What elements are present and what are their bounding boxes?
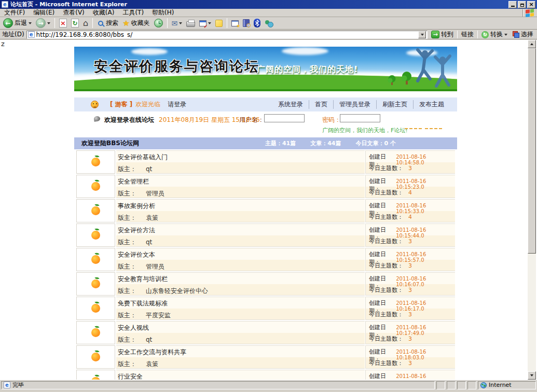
moderator-label: 版主：: [118, 239, 136, 246]
moderator-name[interactable]: 管理员: [146, 263, 164, 270]
mail-dropdown-icon[interactable]: [179, 22, 182, 24]
back-dropdown-icon[interactable]: [29, 22, 32, 24]
go-button[interactable]: 转到: [430, 30, 455, 39]
back-button[interactable]: 后退: [2, 18, 33, 29]
plugin-bluetooth-button[interactable]: [252, 18, 262, 28]
nav-link-system-login[interactable]: 系统登录: [272, 100, 309, 109]
forum-icon-cell: [76, 223, 115, 247]
forum-title-link[interactable]: 安全管理栏: [118, 177, 149, 186]
leaf-icon: [94, 301, 99, 304]
forum-row: 安全教育与培训栏 版主：山东鲁轻安全评价中心 创建日期：2011-08-16 1…: [74, 272, 457, 296]
favorites-star-icon: [122, 19, 129, 28]
dashed-link-underline[interactable]: [405, 128, 422, 129]
login-prompt-link[interactable]: 请登录: [168, 100, 186, 109]
window-controls: [508, 1, 535, 8]
convert-button[interactable]: 转换: [480, 30, 509, 39]
nav-link-admin-login[interactable]: 管理员登录: [333, 100, 376, 109]
nav-link-home[interactable]: 首页: [309, 100, 333, 109]
edit-button[interactable]: [198, 20, 213, 27]
moderator-name[interactable]: qt: [146, 336, 152, 343]
forum-title-link[interactable]: 安全工作交流与资料共享: [118, 348, 186, 357]
favorites-button[interactable]: 收藏夹: [121, 18, 151, 29]
orange-fruit-icon: [91, 206, 100, 215]
stop-icon: [59, 19, 67, 27]
moderator-name[interactable]: 山东鲁轻安全评价中心: [146, 287, 208, 295]
discuss-button[interactable]: [214, 19, 224, 27]
username-input[interactable]: [264, 114, 305, 122]
moderator-label: 版主：: [118, 287, 136, 295]
forum-title-link[interactable]: 免费下载法规标准: [118, 299, 168, 308]
links-button[interactable]: 链接: [460, 30, 475, 39]
forum-title-link[interactable]: 安全评价文本: [118, 250, 155, 259]
moderator-name[interactable]: 管理员: [146, 190, 164, 197]
menu-help[interactable]: 帮助(H): [148, 8, 178, 17]
moderator-name[interactable]: 平度安监: [146, 312, 171, 319]
moderator-name[interactable]: qt: [146, 165, 152, 173]
forum-title-link[interactable]: 事故案例分析: [118, 202, 155, 211]
history-button[interactable]: [153, 18, 164, 28]
address-label: 地址(D): [2, 30, 24, 39]
scrollbar-thumb[interactable]: [528, 48, 536, 254]
search-button[interactable]: 搜索: [95, 18, 120, 28]
menu-view[interactable]: 查看(V): [59, 8, 89, 17]
forum-title-link[interactable]: 安全人视线: [118, 324, 149, 332]
forum-meta-cell: 创建日期：2011-08-16 10:15:33.0 今日主题数：4: [365, 199, 455, 222]
leaf-icon: [94, 349, 99, 353]
mail-button[interactable]: [170, 19, 184, 28]
menu-tools[interactable]: 工具(T): [118, 8, 148, 17]
moderator-name[interactable]: 袁策: [146, 214, 158, 221]
plugin-window-star-button[interactable]: [230, 20, 240, 27]
password-input[interactable]: [340, 114, 380, 122]
close-button[interactable]: [527, 1, 535, 8]
address-input[interactable]: [36, 31, 417, 38]
today-line: 今日主题数：3: [369, 262, 412, 270]
created-date: 2011-08-16 10:14:58.0: [396, 154, 453, 165]
forum-title-link[interactable]: 安全评价方法: [118, 226, 155, 235]
home-button[interactable]: [81, 18, 90, 29]
forward-button[interactable]: [34, 18, 52, 29]
forum-row: 安全人视线 版主：qt 创建日期：2011-08-16 10:17:49.0 今…: [74, 320, 457, 345]
forum-title-link[interactable]: 安全教育与培训栏: [118, 275, 168, 284]
menu-favorites[interactable]: 收藏(A): [89, 8, 119, 17]
refresh-button[interactable]: [70, 18, 80, 28]
menu-file[interactable]: 文件(F): [0, 8, 29, 17]
forum-main-cell: 安全教育与培训栏 版主：山东鲁轻安全评价中心: [116, 272, 365, 296]
orange-fruit-icon: [91, 231, 100, 240]
forward-dropdown-icon[interactable]: [47, 22, 50, 24]
created-label: 创建日期：: [369, 372, 396, 380]
scroll-up-button[interactable]: [528, 40, 536, 48]
nav-link-post-topic[interactable]: 发布主题: [413, 100, 450, 109]
moderator-name[interactable]: 袁策: [146, 360, 158, 368]
status-panel: [457, 381, 466, 389]
welcome-tag: 欢迎光临: [135, 100, 160, 109]
stop-button[interactable]: [58, 18, 68, 28]
address-dropdown-button[interactable]: [418, 31, 426, 38]
refresh-icon: [71, 19, 79, 27]
forum-row: 事故案例分析 版主：袁策 创建日期：2011-08-16 10:15:33.0 …: [74, 199, 457, 223]
stat-today: 今日文章：0 个: [356, 139, 396, 147]
login-welcome-text: 欢迎登录在线论坛: [104, 116, 154, 124]
forum-title-link[interactable]: 行业安全: [118, 372, 143, 380]
forum-title-link[interactable]: 安全评价基础入门: [118, 153, 168, 162]
convert-dropdown-icon[interactable]: [504, 34, 507, 36]
bluetooth-icon: [254, 19, 260, 27]
restore-button[interactable]: [518, 1, 526, 8]
scroll-down-button[interactable]: [528, 371, 536, 380]
vertical-scrollbar[interactable]: [528, 40, 536, 380]
leaf-icon: [94, 325, 99, 329]
nav-link-refresh[interactable]: 刷新主页: [376, 100, 413, 109]
select-button[interactable]: 选择: [511, 30, 535, 39]
minimize-button[interactable]: [508, 1, 517, 8]
dashed-link-underline[interactable]: [425, 128, 442, 129]
edit-dropdown-icon[interactable]: [208, 22, 211, 24]
menu-edit[interactable]: 编辑(E): [29, 8, 59, 17]
mail-icon: [172, 19, 178, 27]
cloud-art: [131, 48, 168, 55]
moderator-name[interactable]: qt: [146, 239, 152, 246]
print-button[interactable]: [185, 19, 197, 27]
plugin-messenger-button[interactable]: [263, 19, 274, 28]
moderator-line: 版主：qt: [118, 335, 152, 344]
plugin-research-button[interactable]: [241, 19, 251, 27]
today-line: 今日主题数：3: [369, 164, 412, 172]
menu-separator: [522, 9, 524, 17]
